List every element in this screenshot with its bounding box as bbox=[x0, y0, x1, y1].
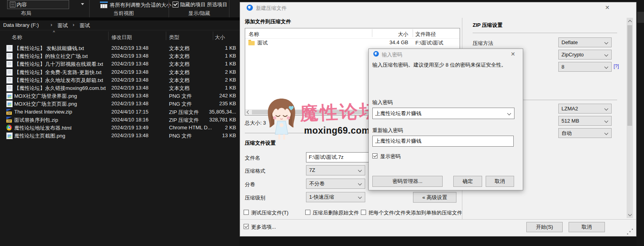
file-row[interactable]: MOX社交广场主页页面.png 2024/2/19 13:48 PNG 文件 2… bbox=[0, 100, 240, 108]
dictionary-select[interactable]: 512 MB bbox=[558, 116, 612, 126]
hidden-items-label: 隐藏的项目 bbox=[180, 1, 206, 8]
algorithm-select[interactable]: LZMA2 bbox=[558, 104, 612, 114]
method-select[interactable]: Deflate bbox=[558, 37, 612, 47]
bandizip-icon bbox=[373, 51, 379, 58]
ok-button[interactable]: 确定 bbox=[453, 176, 482, 187]
password-cancel-button[interactable]: 取消 bbox=[486, 176, 514, 187]
password-manager-button[interactable]: 密码管理器... bbox=[372, 176, 443, 187]
archive-col-path[interactable]: 文件路径 bbox=[415, 31, 436, 38]
scrollbar-thumb[interactable] bbox=[627, 25, 632, 126]
chevron-right-icon[interactable]: › bbox=[73, 22, 74, 28]
breadcrumb-root[interactable]: Data library (F:) bbox=[3, 22, 39, 28]
file-modified: 2024/2/19 13:48 bbox=[111, 93, 148, 99]
explorer-edge bbox=[636, 0, 644, 246]
txt-file-icon bbox=[6, 53, 13, 60]
file-row[interactable]: 【魔性论坛】全免费-无套路-更新快.txt 2024/2/19 13:48 文本… bbox=[0, 68, 240, 76]
separate-archives-label: 把每个文件/文件夹添加到单独的压缩文件 bbox=[368, 209, 462, 216]
archive-row-path: F:\面试\面试 bbox=[415, 39, 443, 47]
archive-row-name[interactable]: 面试 bbox=[257, 39, 268, 47]
close-icon[interactable]: ✕ bbox=[509, 50, 517, 58]
folder-icon bbox=[248, 41, 255, 45]
filename-input[interactable]: F:\面试\面试.7z bbox=[306, 152, 370, 162]
password-message: 输入压缩包密码。建议使用至少 8 位的密码来保证安全性。 bbox=[372, 62, 518, 69]
chevron-down-icon bbox=[358, 195, 362, 199]
test-archive-checkbox[interactable] bbox=[244, 210, 249, 215]
column-header-name[interactable]: 名称 bbox=[12, 34, 22, 41]
zip-level-select[interactable]: 8 bbox=[558, 62, 612, 72]
volume-select[interactable]: 不分卷 bbox=[306, 179, 365, 189]
column-header-type[interactable]: 类型 bbox=[169, 34, 179, 41]
archive-col-size[interactable]: 大小 bbox=[375, 31, 408, 38]
file-name: MOX社交广场主页页面.png bbox=[14, 101, 77, 108]
resize-grip[interactable] bbox=[627, 233, 628, 235]
file-name: The Hardest Interview.zip bbox=[14, 109, 72, 115]
close-icon[interactable]: ✕ bbox=[603, 4, 612, 11]
selected-items-button[interactable]: 所选项目 bbox=[207, 1, 227, 8]
fit-columns-button[interactable]: 将所有列调整为合适的大小 bbox=[100, 0, 169, 9]
password-dialog-title: 输入密码 bbox=[382, 51, 402, 58]
archive-settings-heading: 压缩文件设置 bbox=[245, 140, 276, 147]
archive-row-size: 34.4 GB bbox=[367, 39, 408, 45]
threads-select[interactable]: 自动 bbox=[558, 128, 612, 138]
delete-after-checkbox[interactable] bbox=[305, 210, 310, 215]
file-row[interactable]: 【魔性论坛】 发帖就能赚钱.txt 2024/2/19 13:48 文本文档 1… bbox=[0, 44, 240, 52]
png-file-icon bbox=[6, 132, 13, 139]
file-row[interactable]: The Hardest Interview.zip 2024/4/10 17:1… bbox=[0, 108, 240, 116]
hidden-items-checkbox[interactable] bbox=[173, 2, 178, 7]
zip-settings-heading: ZIP 压缩设置 bbox=[473, 22, 503, 29]
cancel-button[interactable]: 取消 bbox=[569, 222, 605, 232]
ribbon-divider bbox=[229, 0, 229, 17]
column-divider[interactable] bbox=[166, 32, 166, 40]
start-button[interactable]: 开始(S) bbox=[526, 222, 563, 232]
zip-file-icon bbox=[6, 109, 12, 115]
file-row[interactable]: MOX社交广场登录界面.png 2024/2/19 13:48 PNG 文件 2… bbox=[0, 92, 240, 100]
txt-file-icon bbox=[6, 45, 13, 52]
add-files-heading: 添加文件到压缩文件 bbox=[245, 18, 291, 25]
file-row[interactable]: 魔性论坛主页截图.png 2024/2/19 13:48 PNG 文件 13 K… bbox=[0, 132, 240, 140]
header-divider bbox=[245, 38, 460, 39]
column-header-size[interactable]: 大小 bbox=[190, 34, 225, 41]
file-size: 1 KB bbox=[189, 45, 236, 51]
encryption-select[interactable]: ZipCrypto bbox=[558, 50, 612, 60]
file-size: 2 KB bbox=[189, 125, 236, 130]
png-file-icon bbox=[6, 93, 13, 99]
more-options-checkbox[interactable] bbox=[244, 224, 249, 229]
advanced-settings-button[interactable]: « 高级设置 bbox=[413, 192, 456, 203]
chevron-down-icon bbox=[605, 107, 608, 111]
chevron-down-icon bbox=[605, 119, 608, 123]
file-row[interactable]: 魔性论坛地址发布器.html 2024/2/19 13:49 Chrome HT… bbox=[0, 124, 240, 132]
column-header-modified[interactable]: 修改日期 bbox=[111, 34, 132, 41]
file-row[interactable]: 【魔性论坛】永久链接moxing69.com.txt 2024/2/19 13:… bbox=[0, 84, 240, 92]
chevron-down-icon[interactable] bbox=[507, 112, 511, 116]
show-password-checkbox[interactable] bbox=[372, 153, 377, 158]
file-name: 【魔性论坛】全免费-无套路-更新快.txt bbox=[14, 69, 101, 76]
column-divider[interactable] bbox=[108, 32, 109, 40]
format-label: 压缩格式 bbox=[245, 168, 265, 175]
file-row[interactable]: 【魔性论坛】几十万部视频在线观看.txt 2024/2/19 13:48 文本文… bbox=[0, 60, 240, 68]
column-divider[interactable] bbox=[213, 32, 213, 40]
file-row[interactable]: 面试替换序列包.zip 2024/4/10 18:16 ZIP 压缩文件 328… bbox=[0, 116, 240, 124]
reenter-password-input[interactable]: 上魔性论坛看片赚钱 bbox=[372, 136, 514, 147]
enter-password-combo[interactable]: 上魔性论坛看片赚钱 bbox=[372, 108, 514, 119]
chevron-right-icon[interactable]: › bbox=[51, 22, 52, 28]
breadcrumb-path1[interactable]: 面试 bbox=[58, 22, 68, 29]
volume-label: 分卷 bbox=[245, 181, 255, 188]
level-select[interactable]: 1-快速压缩 bbox=[306, 192, 365, 202]
column-divider bbox=[413, 29, 413, 37]
breadcrumb: Data library (F:) › 面试 › 面试 bbox=[0, 20, 240, 30]
file-row[interactable]: 【魔性论坛】的独立社交广场.txt 2024/2/19 13:48 文本文档 1… bbox=[0, 52, 240, 60]
file-type: 文本文档 bbox=[169, 77, 190, 84]
level-label: 压缩级别 bbox=[245, 194, 265, 201]
help-link[interactable]: [?] bbox=[614, 63, 619, 69]
file-modified: 2024/2/19 13:48 bbox=[111, 53, 148, 59]
format-select[interactable]: 7Z bbox=[306, 165, 365, 175]
ribbon-group-layout: 布局 bbox=[21, 10, 31, 17]
separate-archives-checkbox[interactable] bbox=[361, 210, 366, 215]
chevron-down-icon bbox=[358, 182, 362, 186]
content-view-label: 内容 bbox=[17, 1, 27, 8]
test-archive-label: 测试压缩文件(T) bbox=[251, 209, 289, 216]
archive-col-name[interactable]: 名称 bbox=[249, 31, 259, 38]
layout-gallery-more-button[interactable] bbox=[77, 0, 88, 9]
breadcrumb-path2[interactable]: 面试 bbox=[80, 22, 90, 29]
file-row[interactable]: 【魔性论坛】永久地址发布页及邮箱.txt 2024/2/19 13:48 文本文… bbox=[0, 76, 240, 84]
